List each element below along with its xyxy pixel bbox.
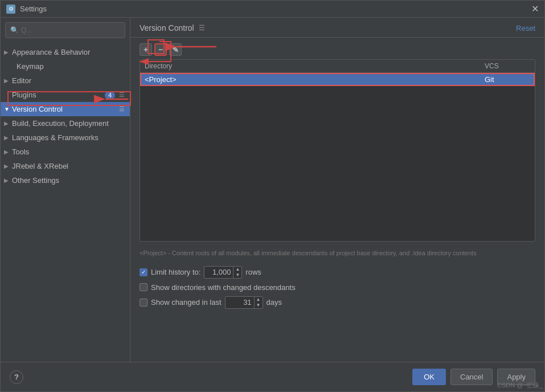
- spinbox-arrows: ▲ ▼: [233, 267, 241, 278]
- chevron-right-icon: ▶: [4, 177, 9, 183]
- sidebar-item-label: Languages & Frameworks: [12, 133, 124, 142]
- close-button[interactable]: ✕: [531, 5, 539, 14]
- cancel-button[interactable]: Cancel: [450, 369, 493, 385]
- sidebar-item-languages[interactable]: ▶ Languages & Frameworks: [1, 130, 130, 145]
- limit-history-label-before: Limit history to:: [151, 268, 200, 276]
- watermark: CSDN @~忆缘_: [497, 381, 543, 390]
- table-body: <Project> Git: [140, 73, 535, 241]
- ok-button[interactable]: OK: [412, 369, 446, 385]
- cell-vcs: Git: [485, 75, 530, 84]
- title-bar-left: ⚙ Settings: [6, 5, 47, 14]
- limit-history-checkbox[interactable]: [140, 268, 147, 276]
- spinbox-down-button[interactable]: ▼: [233, 272, 241, 278]
- sidebar-item-label: Tools: [12, 148, 124, 156]
- spinbox-up-button-2[interactable]: ▲: [255, 297, 263, 303]
- chevron-right-icon: ▶: [4, 163, 9, 169]
- show-changed-label-before: Show changed in last: [151, 298, 222, 307]
- sidebar-item-version-control[interactable]: ▼ Version Control ☰: [1, 102, 130, 116]
- chevron-right-icon: ▶: [4, 77, 9, 84]
- add-vcs-button[interactable]: +: [140, 43, 152, 56]
- option-limit-history: Limit history to: ▲ ▼ rows: [140, 266, 535, 279]
- chevron-right-icon: ▶: [4, 134, 9, 141]
- reset-button[interactable]: Reset: [516, 24, 535, 32]
- version-control-settings-icon[interactable]: ☰: [117, 105, 126, 113]
- edit-icon: ✎: [172, 45, 179, 54]
- sidebar-item-label: Build, Execution, Deployment: [12, 119, 124, 128]
- edit-vcs-button[interactable]: ✎: [169, 43, 182, 56]
- sidebar-item-label: JRebel & XRebel: [12, 162, 124, 170]
- sidebar-item-label: Other Settings: [12, 176, 124, 185]
- sidebar-item-build[interactable]: ▶ Build, Execution, Deployment: [1, 116, 130, 130]
- spinbox-arrows-2: ▲ ▼: [254, 297, 263, 308]
- settings-dialog: ⚙ Settings ✕ 🔍 Q... ▶ Appearance & Behav…: [0, 0, 545, 392]
- show-directories-checkbox[interactable]: [140, 283, 147, 291]
- option-show-directories: Show directories with changed descendant…: [140, 283, 535, 292]
- table-row[interactable]: <Project> Git: [140, 73, 535, 86]
- limit-history-label-after: rows: [245, 268, 261, 276]
- plugins-badge: 4: [105, 91, 115, 99]
- sidebar-item-jrebel[interactable]: ▶ JRebel & XRebel: [1, 159, 130, 173]
- settings-icon: ⚙: [6, 5, 15, 14]
- remove-vcs-button[interactable]: −: [154, 43, 167, 56]
- sidebar-item-label: Version Control: [12, 105, 115, 113]
- dialog-title: Settings: [20, 5, 47, 13]
- chevron-right-icon: ▶: [4, 149, 9, 155]
- title-bar: ⚙ Settings ✕: [1, 1, 544, 18]
- add-icon: +: [144, 45, 148, 54]
- main-content: 🔍 Q... ▶ Appearance & Behavior Keymap ▶ …: [1, 18, 544, 362]
- limit-history-spinbox[interactable]: ▲ ▼: [204, 266, 242, 279]
- table-header: Directory VCS: [140, 60, 535, 73]
- panel-title: Version Control ☰: [140, 23, 205, 32]
- spinbox-up-button[interactable]: ▲: [233, 267, 241, 272]
- sidebar-item-keymap[interactable]: Keymap: [1, 59, 130, 74]
- sidebar-item-editor[interactable]: ▶ Editor: [1, 74, 130, 88]
- options-section: Limit history to: ▲ ▼ rows: [140, 266, 535, 309]
- sidebar: 🔍 Q... ▶ Appearance & Behavior Keymap ▶ …: [1, 18, 130, 362]
- right-panel: Version Control ☰ Reset + − ✎: [130, 18, 544, 362]
- sidebar-item-label: Editor: [12, 76, 124, 85]
- sidebar-item-other[interactable]: ▶ Other Settings: [1, 173, 130, 187]
- limit-history-input[interactable]: [204, 268, 233, 276]
- cell-directory: <Project>: [145, 75, 485, 84]
- chevron-right-icon: ▶: [4, 120, 9, 126]
- spinbox-down-button-2[interactable]: ▼: [255, 303, 263, 308]
- option-show-changed: Show changed in last ▲ ▼ days: [140, 296, 535, 309]
- search-box[interactable]: 🔍 Q...: [5, 22, 125, 38]
- help-icon: ?: [14, 373, 19, 381]
- chevron-right-icon: ▶: [4, 49, 9, 55]
- show-changed-checkbox[interactable]: [140, 299, 147, 307]
- panel-body: + − ✎: [130, 38, 544, 362]
- show-changed-label-after: days: [267, 298, 282, 307]
- panel-title-icon: ☰: [199, 24, 205, 32]
- bottom-bar: ? OK Cancel Apply: [1, 362, 544, 391]
- col-directory-header: Directory: [145, 62, 485, 70]
- info-text: <Project> - Content roots of all modules…: [140, 246, 535, 260]
- sidebar-item-label: Plugins: [12, 91, 103, 99]
- sidebar-item-tools[interactable]: ▶ Tools: [1, 145, 130, 159]
- sidebar-item-plugins[interactable]: Plugins 4 ☰: [1, 88, 130, 102]
- col-vcs-header: VCS: [485, 62, 530, 70]
- sidebar-item-label: Appearance & Behavior: [12, 48, 124, 56]
- help-button[interactable]: ?: [10, 370, 23, 384]
- vcs-table: Directory VCS <Project> Git: [140, 59, 535, 242]
- search-placeholder: Q...: [21, 26, 32, 34]
- show-changed-input[interactable]: [226, 298, 254, 307]
- show-directories-label: Show directories with changed descendant…: [151, 283, 296, 292]
- plugins-settings-icon[interactable]: ☰: [117, 91, 126, 99]
- show-changed-spinbox[interactable]: ▲ ▼: [225, 296, 263, 309]
- search-icon: 🔍: [10, 26, 19, 34]
- sidebar-item-label: Keymap: [17, 62, 124, 71]
- toolbar: + − ✎: [140, 43, 535, 56]
- nav-list: ▶ Appearance & Behavior Keymap ▶ Editor …: [1, 43, 130, 362]
- sidebar-item-appearance[interactable]: ▶ Appearance & Behavior: [1, 45, 130, 59]
- panel-header: Version Control ☰ Reset: [130, 18, 544, 38]
- panel-title-text: Version Control: [140, 23, 194, 32]
- remove-icon: −: [158, 45, 163, 54]
- chevron-down-icon: ▼: [4, 106, 10, 112]
